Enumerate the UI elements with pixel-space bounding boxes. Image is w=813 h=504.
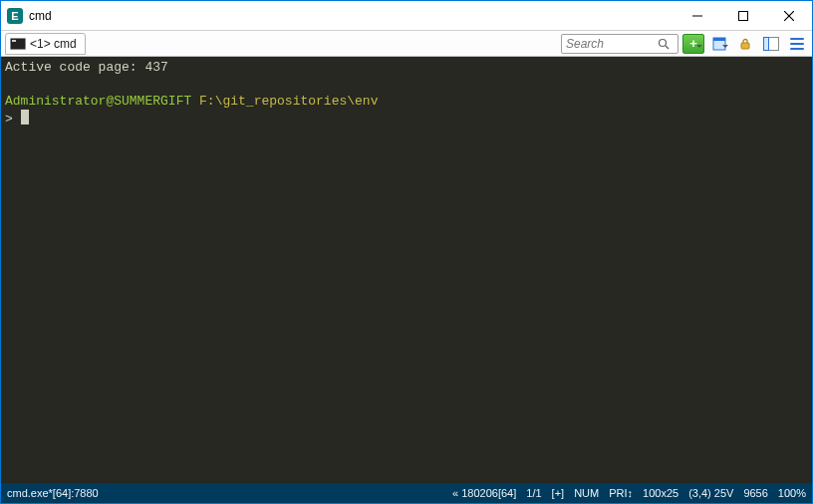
close-icon (784, 11, 794, 21)
cursor (21, 110, 29, 125)
console-icon (10, 38, 26, 50)
lock-icon (739, 38, 751, 50)
terminal[interactable]: Active code page: 437 Administrator@SUMM… (1, 57, 812, 483)
new-tab-button[interactable]: + (682, 34, 704, 54)
close-button[interactable] (766, 1, 812, 30)
status-process: cmd.exe*[64]:7880 (7, 487, 99, 499)
title-bar: E cmd (1, 1, 812, 31)
status-buffer-size: 100x25 (643, 487, 678, 499)
status-chars: 9656 (743, 487, 767, 499)
view-button[interactable] (708, 34, 730, 54)
search-input[interactable] (566, 37, 658, 51)
terminal-line-codepage: Active code page: 437 (5, 60, 168, 75)
svg-rect-1 (739, 11, 748, 20)
status-plus: [+] (552, 487, 565, 499)
prompt-symbol: > (5, 112, 13, 126)
split-button[interactable] (760, 34, 782, 54)
maximize-button[interactable] (720, 1, 766, 30)
tab-bar: <1> cmd + (1, 31, 812, 57)
menu-button[interactable] (786, 34, 808, 54)
menu-icon (790, 38, 804, 50)
tab-label: <1> cmd (30, 37, 77, 51)
window-icon (712, 37, 726, 51)
app-window: E cmd <1> cmd + (0, 0, 813, 504)
status-position: 1/1 (526, 487, 541, 499)
search-icon (658, 38, 670, 50)
lock-button[interactable] (734, 34, 756, 54)
status-priority: PRI↕ (609, 487, 633, 499)
svg-rect-8 (741, 43, 749, 49)
split-panel-icon (763, 37, 779, 51)
minimize-icon (692, 11, 702, 21)
status-bar: cmd.exe*[64]:7880 « 180206[64] 1/1 [+] N… (1, 483, 812, 503)
status-cursor: (3,4) 25V (688, 487, 733, 499)
prompt-path: F:\git_repositories\env (199, 94, 378, 109)
plus-icon: + (689, 37, 697, 50)
prompt-user: Administrator@SUMMERGIFT (5, 94, 191, 109)
minimize-button[interactable] (675, 1, 720, 30)
status-build: « 180206[64] (452, 487, 516, 499)
maximize-icon (738, 11, 748, 21)
app-icon: E (7, 8, 23, 24)
window-controls (675, 1, 812, 30)
svg-point-4 (660, 39, 667, 46)
tab-cmd[interactable]: <1> cmd (5, 33, 86, 55)
status-zoom: 100% (778, 487, 806, 499)
status-numlock: NUM (574, 487, 599, 499)
window-title: cmd (29, 9, 675, 23)
svg-rect-7 (713, 38, 725, 41)
svg-line-5 (666, 46, 669, 49)
search-box[interactable] (561, 34, 678, 54)
svg-rect-10 (764, 37, 769, 50)
